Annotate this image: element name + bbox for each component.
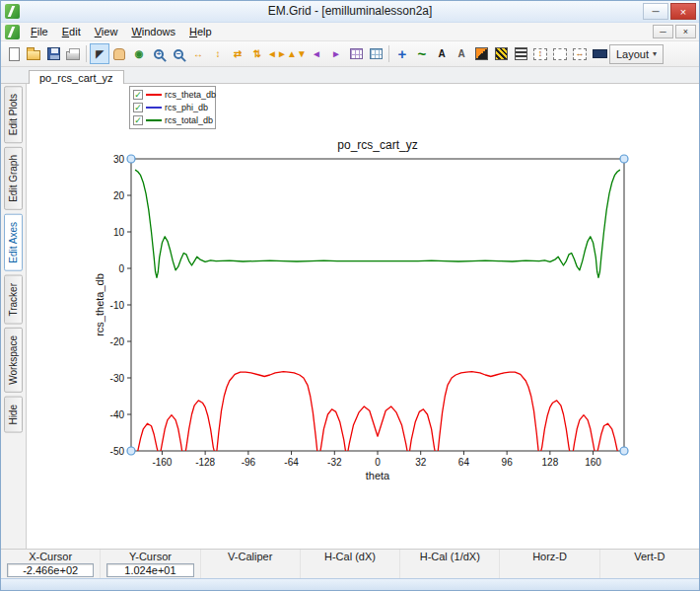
sidebar-tab-workspace[interactable]: Workspace	[4, 328, 23, 393]
selection-anchor[interactable]	[127, 155, 135, 163]
minimize-button[interactable]: ─	[643, 3, 668, 20]
menu-file[interactable]: File	[24, 24, 55, 39]
status-col-horz-d: Horz-D	[500, 550, 599, 578]
x-tick-label: -32	[327, 457, 342, 468]
tab-strip: po_rcs_cart_yz	[1, 67, 699, 84]
h-caliper-button[interactable]: ↔	[570, 43, 590, 64]
full-scale-y-icon: ↕	[216, 49, 221, 59]
selection-anchor[interactable]	[620, 155, 628, 163]
box-select-button[interactable]	[550, 43, 570, 64]
title-bar[interactable]: EM.Grid - [emilluminalesson2a] ─ ×	[1, 1, 699, 23]
color-style-icon	[475, 47, 488, 60]
annotation-button[interactable]: A	[432, 43, 452, 64]
new-icon	[9, 47, 20, 61]
print-icon	[66, 51, 80, 60]
plot-svg: po_rcs_cart_yzthetarcs_theta_db-160-128-…	[27, 84, 699, 549]
expand-x-icon: ⇄	[234, 49, 242, 59]
mdi-minimize-button[interactable]: ─	[653, 25, 673, 38]
solid-swatch-button[interactable]	[590, 43, 609, 64]
legend-checkbox[interactable]: ✓	[133, 103, 143, 112]
plot-area[interactable]: po_rcs_cart_yzthetarcs_theta_db-160-128-…	[27, 84, 699, 549]
legend-checkbox[interactable]: ✓	[133, 90, 143, 100]
legend-line-sample	[146, 107, 162, 109]
data-table-button[interactable]	[346, 43, 366, 64]
add-curve-button[interactable]: ~	[412, 43, 432, 64]
plot-client-area: ✓rcs_theta_db✓rcs_phi_db✓rcs_total_db po…	[27, 84, 699, 549]
open-icon	[27, 50, 40, 60]
full-scale-x-button[interactable]: ↔	[188, 43, 208, 64]
legend-label: rcs_theta_db	[165, 90, 216, 100]
full-scale-x-icon: ↔	[193, 49, 203, 59]
x-tick-label: 32	[415, 457, 427, 468]
zoom-in-button[interactable]: +	[149, 43, 169, 64]
axes-grid-button[interactable]	[366, 43, 385, 64]
sidebar-tab-hide[interactable]: Hide	[4, 397, 23, 433]
data-table-icon	[350, 48, 363, 59]
sidebar-tab-edit-axes[interactable]: Edit Axes	[4, 214, 23, 271]
status-header: Vert-D	[600, 550, 699, 562]
sidebar-tab-edit-plots[interactable]: Edit Plots	[4, 86, 23, 143]
scale-x-icon: ◄►	[267, 49, 287, 59]
x-tick-label: -96	[242, 457, 256, 468]
status-col-h-cal-1-dx-: H-Cal (1/dX)	[400, 550, 500, 578]
status-value: 1.024e+01	[106, 563, 193, 577]
box-select-icon	[553, 48, 567, 60]
layout-button[interactable]: Layout▾	[609, 44, 664, 64]
menu-items: FileEditViewWindowsHelp	[24, 24, 219, 39]
expand-y-button[interactable]: ⇅	[247, 43, 267, 64]
legend-checkbox[interactable]: ✓	[133, 115, 143, 125]
menu-edit[interactable]: Edit	[55, 24, 88, 39]
legend-label: rcs_total_db	[165, 115, 213, 125]
main-area: Edit PlotsEdit GraphEdit AxesTrackerWork…	[1, 84, 699, 549]
select-cursor-icon: ◤	[96, 49, 104, 59]
sidebar-tab-tracker[interactable]: Tracker	[4, 275, 23, 325]
shift-right-button[interactable]: ►	[326, 43, 346, 64]
menu-help[interactable]: Help	[182, 24, 219, 39]
solid-swatch-icon	[593, 49, 607, 58]
legend-item: ✓rcs_theta_db	[133, 89, 212, 101]
zoom-out-button[interactable]: −	[169, 43, 188, 64]
shift-left-button[interactable]: ◄	[307, 43, 326, 64]
series-rcs_total_db	[135, 170, 620, 277]
document-icon[interactable]	[5, 25, 20, 39]
x-tick-label: 128	[542, 457, 559, 468]
save-button[interactable]	[43, 43, 63, 64]
shift-left-icon: ◄	[312, 49, 321, 59]
pan-hand-button[interactable]	[109, 43, 129, 64]
fill-style-button[interactable]	[491, 43, 511, 64]
scale-x-button[interactable]: ◄►	[267, 43, 287, 64]
menu-view[interactable]: View	[88, 24, 125, 39]
expand-x-button[interactable]: ⇄	[228, 43, 247, 64]
status-header: Horz-D	[500, 550, 598, 562]
selection-anchor[interactable]	[620, 447, 628, 455]
x-tick-label: 64	[458, 457, 470, 468]
status-col-vert-d: Vert-D	[600, 550, 699, 578]
x-tick-label: 96	[502, 457, 514, 468]
hatch-style-button[interactable]	[511, 43, 530, 64]
close-button[interactable]: ×	[670, 3, 696, 20]
menu-windows[interactable]: Windows	[124, 24, 182, 39]
track-point-button[interactable]: ◉	[129, 43, 149, 64]
new-button[interactable]	[4, 43, 24, 64]
status-col-h-cal-dx-: H-Cal (dX)	[301, 550, 400, 578]
scale-y-button[interactable]: ▲▼	[287, 43, 307, 64]
print-button[interactable]	[63, 43, 83, 64]
legend-line-sample	[146, 94, 162, 96]
sidebar-tab-edit-graph[interactable]: Edit Graph	[4, 147, 23, 210]
mdi-close-button[interactable]: ×	[675, 25, 696, 38]
y-tick-label: -20	[110, 336, 125, 347]
zoom-in-icon: +	[154, 49, 164, 59]
status-bar: X-Cursor-2.466e+02Y-Cursor1.024e+01V-Cal…	[1, 549, 699, 578]
y-tick-label: -30	[110, 373, 125, 384]
open-button[interactable]	[24, 43, 43, 64]
menu-bar: FileEditViewWindowsHelp ─ ×	[1, 23, 699, 41]
select-cursor-button[interactable]: ◤	[90, 43, 109, 64]
x-tick-label: 160	[585, 457, 601, 468]
selection-anchor[interactable]	[127, 447, 135, 455]
legend-label: rcs_phi_db	[165, 103, 208, 112]
text-label-button[interactable]: A	[452, 43, 471, 64]
v-caliper-button[interactable]: ↕	[530, 43, 550, 64]
full-scale-y-button[interactable]: ↕	[208, 43, 228, 64]
add-plot-button[interactable]: +	[392, 43, 412, 64]
color-style-button[interactable]	[471, 43, 491, 64]
